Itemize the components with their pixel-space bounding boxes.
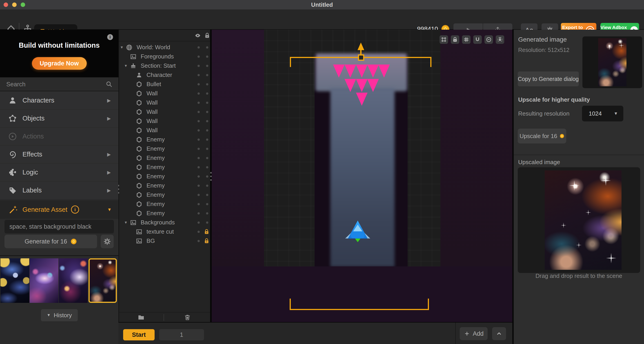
visibility-dot[interactable] xyxy=(198,139,200,141)
prompt-input[interactable] xyxy=(4,220,114,233)
visibility-dot[interactable] xyxy=(198,120,200,122)
category-row[interactable]: Actions xyxy=(0,128,118,145)
canvas-tool-button[interactable] xyxy=(484,35,493,44)
expander-caret[interactable]: ▼ xyxy=(120,46,126,50)
visibility-dot[interactable] xyxy=(198,221,200,224)
scene-tree-row[interactable]: Enemy xyxy=(119,199,210,209)
lock-dot[interactable] xyxy=(206,102,208,104)
scene-tree-row[interactable]: Wall xyxy=(119,89,210,98)
expander-caret[interactable]: ▼ xyxy=(124,221,130,225)
generate-settings-button[interactable] xyxy=(101,235,114,248)
scene-tree-row[interactable]: Enemy xyxy=(119,163,210,172)
scene-tree-row[interactable]: ▼ Section: Start xyxy=(119,61,210,70)
lock-dot[interactable] xyxy=(206,185,208,187)
scene-tree-row[interactable]: Enemy xyxy=(119,172,210,181)
canvas-tool-button[interactable] xyxy=(473,35,482,44)
visibility-dot[interactable] xyxy=(198,46,200,49)
expander-caret[interactable]: ▼ xyxy=(124,64,130,68)
visibility-dot[interactable] xyxy=(198,212,200,214)
lock-dot[interactable] xyxy=(206,111,208,113)
visibility-dot[interactable] xyxy=(198,203,200,205)
category-row[interactable]: Effects ▶ xyxy=(0,146,118,163)
lock-dot[interactable] xyxy=(206,212,208,214)
selection-bracket-bottom[interactable] xyxy=(290,309,429,310)
lock-dot[interactable] xyxy=(206,129,208,132)
scene-tree-row[interactable]: Enemy xyxy=(119,153,210,163)
canvas-tool-button[interactable] xyxy=(496,35,504,44)
category-row[interactable]: Labels ▶ xyxy=(0,182,118,199)
visibility-dot[interactable] xyxy=(198,240,200,242)
scene-tree-row[interactable]: ▼ World: World xyxy=(119,43,210,52)
visibility-dot[interactable] xyxy=(198,102,200,104)
lock-dot[interactable] xyxy=(206,139,208,141)
lock-dot[interactable] xyxy=(206,65,208,67)
scene-tree-row[interactable]: Wall xyxy=(119,107,210,117)
trash-icon[interactable] xyxy=(184,314,191,321)
lock-dot[interactable] xyxy=(206,92,208,95)
visibility-dot[interactable] xyxy=(198,194,200,196)
visibility-dot[interactable] xyxy=(198,129,200,132)
lock-dot[interactable] xyxy=(206,166,208,168)
upscale-button[interactable]: Upscale for 16 xyxy=(518,129,566,143)
generate-info-icon[interactable]: i xyxy=(71,205,79,214)
start-section-button[interactable]: Start xyxy=(123,329,154,340)
scene-tree-row[interactable]: Enemy xyxy=(119,190,210,199)
resolution-dropdown[interactable]: 1024 ▼ xyxy=(582,106,623,121)
search-input[interactable] xyxy=(0,77,110,91)
eye-icon[interactable] xyxy=(194,32,201,39)
canvas-tool-button[interactable] xyxy=(462,35,470,44)
upgrade-now-button[interactable]: Upgrade Now xyxy=(32,57,87,70)
player-ship[interactable] xyxy=(345,221,370,242)
scene-tree-row[interactable]: Enemy xyxy=(119,181,210,190)
visibility-dot[interactable] xyxy=(198,166,200,168)
generated-thumbnail[interactable] xyxy=(0,258,29,303)
category-row[interactable]: Objects ▶ xyxy=(0,110,118,127)
visibility-dot[interactable] xyxy=(198,74,200,76)
scene-tree-row[interactable]: Wall xyxy=(119,117,210,126)
locked-icon[interactable] xyxy=(204,238,210,244)
scene-canvas[interactable] xyxy=(212,30,512,322)
collapse-button[interactable] xyxy=(492,327,506,340)
lock-dot[interactable] xyxy=(206,175,208,178)
generated-image-preview[interactable] xyxy=(598,38,626,86)
visibility-dot[interactable] xyxy=(198,56,200,58)
move-arrow-head[interactable] xyxy=(358,43,364,50)
generate-asset-header[interactable]: Generate Asset i ▼ xyxy=(0,200,118,219)
tree-resize-handle[interactable] xyxy=(210,30,212,322)
generated-thumbnail[interactable] xyxy=(59,258,88,303)
folder-icon[interactable] xyxy=(138,314,145,321)
lock-icon[interactable] xyxy=(204,32,210,39)
visibility-dot[interactable] xyxy=(198,231,200,233)
scene-tree-row[interactable]: Character xyxy=(119,70,210,80)
visibility-dot[interactable] xyxy=(198,185,200,187)
add-button[interactable]: Add xyxy=(460,327,488,340)
lock-dot[interactable] xyxy=(206,157,208,159)
history-button[interactable]: ▼ History xyxy=(41,309,78,321)
scene-tree-row[interactable]: Wall xyxy=(119,126,210,135)
visibility-dot[interactable] xyxy=(198,157,200,159)
generated-thumbnail[interactable] xyxy=(30,258,58,303)
selection-handle[interactable] xyxy=(358,54,364,61)
category-row[interactable]: Logic ▶ xyxy=(0,164,118,181)
generate-button[interactable]: Generate for 16 xyxy=(4,235,97,248)
generated-thumbnail[interactable] xyxy=(88,258,117,303)
scene-tree-row[interactable]: BG xyxy=(119,236,210,245)
scene-tree-row[interactable]: Enemy xyxy=(119,144,210,153)
canvas-tool-button[interactable] xyxy=(451,35,459,44)
visibility-dot[interactable] xyxy=(198,148,200,150)
scene-tree-row[interactable]: Wall xyxy=(119,98,210,107)
visibility-dot[interactable] xyxy=(198,92,200,95)
visibility-dot[interactable] xyxy=(198,83,200,86)
visibility-dot[interactable] xyxy=(198,65,200,67)
close-traffic-light[interactable] xyxy=(4,3,8,7)
section-counter-field[interactable]: 1 xyxy=(159,329,204,340)
lock-dot[interactable] xyxy=(206,221,208,224)
scene-tree-row[interactable]: Enemy xyxy=(119,209,210,218)
scene-tree-row[interactable]: Bullet xyxy=(119,80,210,89)
lock-dot[interactable] xyxy=(206,120,208,122)
lock-dot[interactable] xyxy=(206,56,208,58)
copy-to-generate-button[interactable]: Copy to Generate dialog xyxy=(518,72,579,86)
scene-tree-row[interactable]: Foregrounds xyxy=(119,52,210,61)
lock-dot[interactable] xyxy=(206,148,208,150)
category-row[interactable]: Characters ▶ xyxy=(0,92,118,109)
